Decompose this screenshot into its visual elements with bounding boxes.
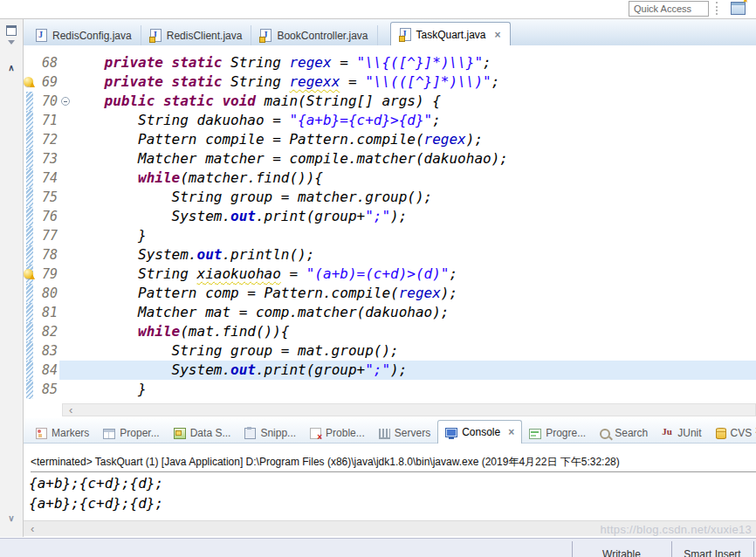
annotation-ruler[interactable] [24, 130, 36, 149]
fold-ruler [59, 341, 71, 361]
junit-icon [662, 428, 673, 439]
annotation-ruler[interactable] [24, 322, 36, 341]
search-icon [600, 429, 610, 439]
annotation-ruler[interactable] [24, 226, 36, 245]
restore-view-icon[interactable] [6, 25, 17, 36]
code-text[interactable]: System.out.println(); [71, 245, 756, 265]
annotation-ruler[interactable] [24, 245, 36, 265]
code-text[interactable]: while(matcher.find()){ [71, 168, 756, 188]
line-number[interactable]: 78 [36, 245, 59, 265]
view-tab-markers[interactable]: Markers [29, 423, 96, 443]
line-number[interactable]: 70 [36, 92, 59, 111]
view-menu-icon[interactable] [8, 40, 15, 45]
annotation-ruler[interactable] [24, 53, 36, 72]
line-number[interactable]: 85 [36, 380, 59, 399]
watermark: https://blog.csdn.net/xuxie13 [601, 523, 752, 536]
code-line: 83String group = mat.group(); [24, 341, 756, 361]
hscrollbar-track[interactable] [62, 403, 756, 416]
line-number[interactable]: 75 [36, 188, 59, 207]
code-text[interactable]: String group = matcher.group(); [71, 188, 756, 207]
view-tab-servers[interactable]: Servers [372, 423, 437, 443]
annotation-ruler[interactable] [24, 265, 36, 284]
line-number[interactable]: 76 [36, 207, 59, 226]
code-text[interactable]: public static void main(String[] args) { [71, 92, 756, 111]
code-text[interactable]: String dakuohao = "{a+b}={c+d}>{d}"; [71, 111, 756, 130]
view-tab-label: Console [462, 426, 500, 438]
line-number[interactable]: 84 [36, 361, 59, 380]
line-number[interactable]: 68 [36, 53, 59, 72]
line-number[interactable]: 74 [36, 168, 59, 188]
editor[interactable]: 68private static String regex = "\\{([^}… [24, 45, 756, 402]
code-text[interactable]: private static String regex = "\\{([^}]*… [71, 53, 756, 72]
annotation-ruler[interactable] [24, 341, 36, 361]
quick-access-input[interactable] [629, 1, 709, 17]
code-text[interactable]: Matcher mat = comp.matcher(dakuohao); [71, 303, 756, 322]
annotation-ruler[interactable] [24, 168, 36, 188]
status-writable: Writable [573, 548, 670, 557]
code-line: 69private static String regexx = "\\(([^… [24, 72, 756, 92]
line-number[interactable]: 69 [36, 72, 59, 92]
line-number[interactable]: 82 [36, 322, 59, 341]
fold-collapse-icon[interactable] [59, 92, 71, 111]
code-text[interactable]: Pattern compile = Pattern.compile(regex)… [71, 130, 756, 149]
scroll-down-icon[interactable]: ∨ [0, 513, 23, 523]
line-number[interactable]: 83 [36, 341, 59, 361]
warning-bulb-icon[interactable] [24, 77, 33, 86]
scroll-left-icon[interactable]: ‹ [69, 404, 72, 416]
line-number[interactable]: 77 [36, 226, 59, 245]
annotation-ruler[interactable] [24, 92, 36, 111]
view-tab-progress[interactable]: Progre... [522, 423, 593, 443]
view-tab-snippets[interactable]: Snipp... [237, 423, 303, 443]
annotation-ruler[interactable] [24, 361, 36, 380]
annotation-ruler[interactable] [24, 188, 36, 207]
view-tab-cvs[interactable]: CVS 资... [709, 423, 756, 443]
line-number[interactable]: 79 [36, 265, 59, 284]
view-tab-search[interactable]: Search [593, 423, 655, 443]
code-text[interactable]: private static String regexx = "\\(([^}]… [71, 72, 756, 92]
code-token: ); [390, 361, 407, 378]
annotation-ruler[interactable] [24, 207, 36, 226]
open-perspective-icon[interactable] [731, 2, 746, 15]
annotation-ruler[interactable] [24, 380, 36, 399]
view-tab-data[interactable]: Data S... [167, 423, 238, 443]
annotation-ruler[interactable] [24, 72, 36, 92]
code-text[interactable]: Pattern comp = Pattern.compile(regex); [71, 284, 756, 303]
scroll-left-icon[interactable]: ‹ [31, 523, 34, 534]
editor-tab-BookController.java[interactable]: BookController.java [251, 25, 377, 45]
line-number[interactable]: 73 [36, 149, 59, 168]
code-token: (matcher.find()){ [180, 169, 323, 186]
code-text[interactable]: while(mat.find()){ [71, 322, 756, 341]
line-number[interactable]: 81 [36, 303, 59, 322]
code-text[interactable]: System.out.print(group+";"); [71, 207, 756, 226]
line-number[interactable]: 80 [36, 284, 59, 303]
editor-tab-RedisConfig.java[interactable]: RedisConfig.java [27, 25, 141, 45]
code-token: ";" [365, 208, 390, 224]
console-output[interactable]: {a+b};{c+d};{d};{a+b};{c+d};{d}; [29, 473, 756, 513]
annotation-ruler[interactable] [24, 303, 36, 322]
code-text[interactable]: String xiaokuohao = "(a+b)=(c+d)>(d)"; [71, 265, 756, 284]
view-tab-console[interactable]: Console× [437, 420, 522, 444]
editor-tab-RedisClient.java[interactable]: RedisClient.java [141, 25, 252, 45]
close-icon[interactable]: × [495, 29, 501, 41]
fold-ruler [59, 245, 71, 265]
code-text[interactable]: System.out.print(group+";"); [71, 361, 756, 380]
code-text[interactable]: String group = mat.group(); [71, 341, 756, 361]
view-tab-junit[interactable]: JUnit [655, 423, 708, 443]
code-text[interactable]: } [71, 226, 756, 245]
line-number[interactable]: 71 [36, 111, 59, 130]
warning-bulb-icon[interactable] [24, 269, 33, 278]
view-tab-problems[interactable]: Proble... [303, 423, 372, 443]
annotation-ruler[interactable] [24, 149, 36, 168]
minimized-view-strip: ∧ ∨ [0, 19, 24, 537]
annotation-ruler[interactable] [24, 284, 36, 303]
console-view[interactable]: <terminated> TaskQuart (1) [Java Applica… [24, 444, 756, 520]
annotation-ruler[interactable] [24, 111, 36, 130]
scroll-up-icon[interactable]: ∧ [0, 64, 23, 72]
code-text[interactable]: Matcher matcher = compile.matcher(dakuoh… [71, 149, 756, 168]
editor-tab-TaskQuart.java[interactable]: TaskQuart.java× [390, 22, 511, 46]
view-tab-properties[interactable]: Proper... [96, 423, 166, 443]
code-text[interactable]: } [71, 380, 756, 399]
editor-hscrollbar[interactable]: ‹ [24, 402, 756, 417]
line-number[interactable]: 72 [36, 130, 59, 149]
close-icon[interactable]: × [508, 426, 514, 438]
